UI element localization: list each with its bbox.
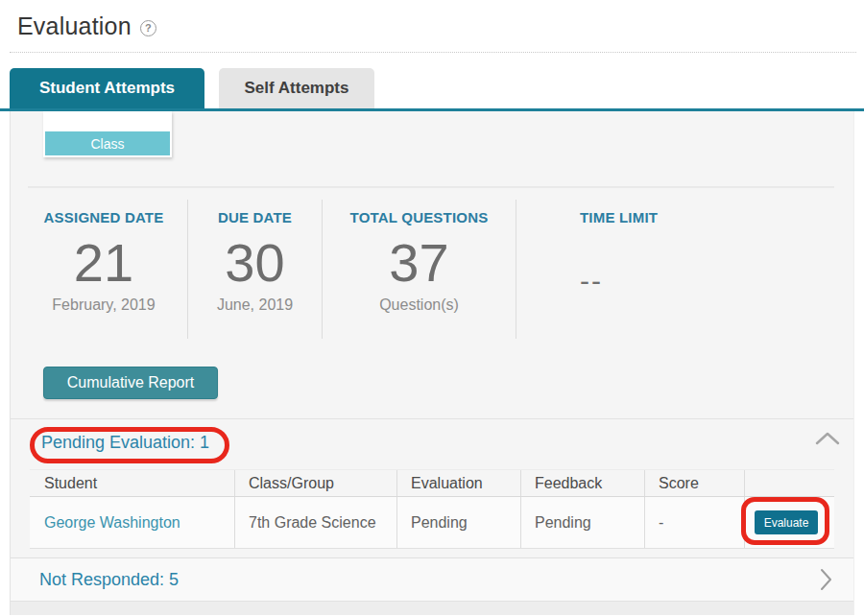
chevron-up-icon[interactable] [815, 431, 840, 446]
help-glyph: ? [145, 22, 152, 34]
stat-label: ASSIGNED DATE [20, 209, 187, 225]
stats-top-divider [28, 186, 834, 188]
stat-value: 21 [20, 235, 187, 292]
page-header: Evaluation ? [0, 0, 864, 43]
pending-evaluation-title[interactable]: Pending Evaluation: 1 [41, 433, 209, 453]
pending-section-divider [11, 418, 853, 419]
header-student: Student [30, 470, 235, 496]
cumulative-report-button[interactable]: Cumulative Report [43, 367, 218, 399]
class-dropdown-option[interactable]: Class [45, 131, 170, 155]
header-divider [10, 52, 856, 53]
next-section-edge [11, 601, 853, 615]
header-feedback: Feedback [521, 470, 645, 496]
tab-self-attempts[interactable]: Self Attempts [219, 68, 374, 108]
tab-student-attempts[interactable]: Student Attempts [10, 68, 204, 108]
evaluate-button[interactable]: Evaluate [755, 510, 818, 534]
cell-score: - [645, 497, 745, 548]
cell-feedback: Pending [521, 497, 645, 548]
pending-evaluation-table: Student Class/Group Evaluation Feedback … [30, 469, 834, 549]
table-row: George Washington 7th Grade Science Pend… [30, 497, 834, 549]
stat-total-questions: TOTAL QUESTIONS 37 Question(s) [323, 200, 516, 339]
cell-actions: Evaluate [745, 497, 834, 548]
help-icon[interactable]: ? [140, 20, 156, 36]
stat-label: TOTAL QUESTIONS [323, 209, 516, 225]
header-actions [745, 470, 834, 496]
cell-student: George Washington [30, 497, 235, 548]
stat-time-limit: TIME LIMIT -- [516, 200, 827, 339]
class-dropdown[interactable]: Class [43, 111, 172, 157]
stat-sub: June, 2019 [188, 296, 322, 314]
stat-label: DUE DATE [188, 209, 322, 225]
cell-evaluation: Pending [397, 497, 521, 548]
header-evaluation: Evaluation [397, 470, 521, 496]
student-name-link[interactable]: George Washington [44, 514, 180, 532]
stat-value: -- [580, 266, 827, 296]
tab-bar: Student Attempts Self Attempts [10, 68, 864, 108]
stat-value: 37 [323, 235, 516, 292]
table-header-row: Student Class/Group Evaluation Feedback … [30, 470, 834, 497]
stat-assigned-date: ASSIGNED DATE 21 February, 2019 [20, 200, 188, 339]
header-class-group: Class/Group [235, 470, 397, 496]
not-responded-title: Not Responded: 5 [39, 570, 179, 590]
stat-label: TIME LIMIT [580, 209, 827, 225]
assignment-stats: ASSIGNED DATE 21 February, 2019 DUE DATE… [20, 200, 846, 339]
stat-due-date: DUE DATE 30 June, 2019 [188, 200, 323, 339]
stat-value: 30 [188, 235, 322, 292]
content-panel: Class ASSIGNED DATE 21 February, 2019 DU… [10, 111, 854, 615]
page-title: Evaluation [17, 12, 132, 40]
header-score: Score [645, 470, 745, 496]
chevron-right-icon[interactable] [819, 568, 832, 591]
not-responded-section[interactable]: Not Responded: 5 [11, 557, 853, 601]
stat-sub: Question(s) [323, 296, 516, 314]
cell-class-group: 7th Grade Science [235, 497, 397, 548]
stat-sub: February, 2019 [20, 296, 187, 314]
